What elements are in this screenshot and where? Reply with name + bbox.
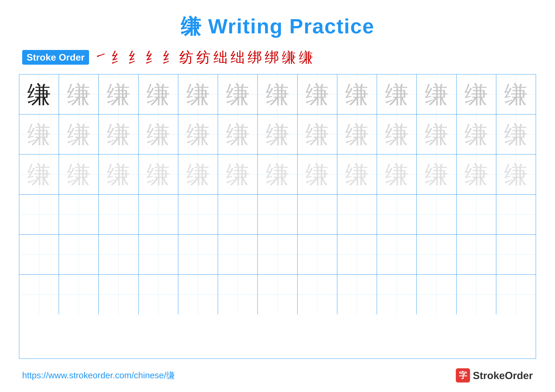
grid-cell: 缣	[298, 74, 337, 114]
grid-cell: 缣	[178, 74, 218, 114]
grid-cell	[178, 195, 218, 234]
stroke-char: 绑	[265, 50, 279, 64]
stroke-char: 纟	[162, 50, 176, 64]
grid-cell	[496, 275, 536, 314]
cell-character: 缣	[27, 122, 51, 146]
grid-cell	[178, 235, 218, 274]
page-title: 缣 Writing Practice	[181, 13, 374, 41]
cell-character: 缣	[266, 163, 289, 186]
grid-cell	[59, 235, 99, 274]
grid-cell: 缣	[337, 114, 377, 154]
grid-row	[19, 275, 536, 314]
grid-cell: 缣	[457, 74, 496, 114]
cell-character: 缣	[504, 163, 528, 186]
footer: https://www.strokeorder.com/chinese/缣 字 …	[19, 368, 536, 383]
footer-url[interactable]: https://www.strokeorder.com/chinese/缣	[22, 370, 175, 381]
cell-character: 缣	[305, 83, 329, 106]
stroke-char: 绌	[213, 50, 228, 64]
cell-character: 缣	[385, 122, 409, 146]
stroke-char: 绑	[248, 50, 262, 64]
grid-cell	[337, 275, 377, 314]
grid-row	[19, 235, 536, 275]
cell-character: 缣	[266, 83, 289, 106]
grid-cell: 缣	[298, 114, 337, 154]
cell-character: 缣	[305, 122, 329, 146]
grid-cell	[417, 235, 456, 274]
grid-cell	[337, 235, 377, 274]
footer-logo-text: StrokeOrder	[473, 370, 533, 381]
cell-character: 缣	[107, 122, 130, 146]
cell-character: 缣	[27, 163, 51, 186]
grid-cell	[457, 275, 496, 314]
grid-cell: 缣	[59, 114, 99, 154]
grid-cell	[377, 275, 417, 314]
grid-cell: 缣	[457, 114, 496, 154]
grid-cell	[19, 235, 59, 274]
cell-character: 缣	[425, 163, 448, 186]
grid-cell	[218, 235, 258, 274]
cell-character: 缣	[464, 163, 488, 186]
cell-character: 缣	[186, 83, 210, 106]
grid-cell: 缣	[377, 155, 417, 194]
grid-cell	[298, 195, 337, 234]
cell-character: 缣	[226, 122, 250, 146]
cell-character: 缣	[67, 163, 91, 186]
grid-cell: 缣	[457, 155, 496, 194]
cell-character: 缣	[345, 163, 369, 186]
grid-cell	[298, 275, 337, 314]
cell-character: 缣	[186, 163, 210, 186]
cell-character: 缣	[226, 163, 250, 186]
grid-cell	[496, 195, 536, 234]
grid-cell	[99, 195, 139, 234]
grid-cell: 缣	[178, 155, 218, 194]
cell-character: 缣	[266, 122, 289, 146]
grid-cell: 缣	[19, 74, 59, 114]
grid-cell: 缣	[258, 114, 297, 154]
grid-cell: 缣	[337, 155, 377, 194]
stroke-char: 纺	[196, 50, 211, 64]
grid-row: 缣缣缣缣缣缣缣缣缣缣缣缣缣	[19, 155, 536, 194]
grid-cell	[19, 275, 59, 314]
grid-cell	[218, 195, 258, 234]
grid-cell: 缣	[178, 114, 218, 154]
grid-cell	[337, 195, 377, 234]
cell-character: 缣	[146, 163, 170, 186]
grid-cell: 缣	[496, 155, 536, 194]
cell-character: 缣	[27, 83, 51, 106]
grid-cell: 缣	[19, 114, 59, 154]
grid-cell	[178, 275, 218, 314]
grid-cell: 缣	[258, 155, 297, 194]
stroke-chars: ㇀纟纟纟纟纺纺绌绌绑绑缣缣	[94, 50, 313, 64]
stroke-char: ㇀	[94, 50, 108, 64]
grid-cell	[457, 195, 496, 234]
cell-character: 缣	[345, 83, 369, 106]
footer-logo-icon: 字	[456, 368, 470, 383]
grid-cell: 缣	[218, 155, 258, 194]
grid-row	[19, 195, 536, 235]
grid-cell: 缣	[59, 155, 99, 194]
grid-cell: 缣	[99, 74, 139, 114]
grid-row: 缣缣缣缣缣缣缣缣缣缣缣缣缣	[19, 114, 536, 155]
grid-cell	[298, 235, 337, 274]
cell-character: 缣	[425, 122, 448, 146]
cell-character: 缣	[146, 83, 170, 106]
grid-cell: 缣	[377, 114, 417, 154]
grid-cell: 缣	[218, 74, 258, 114]
stroke-char: 纟	[111, 50, 125, 64]
grid-cell: 缣	[139, 74, 178, 114]
cell-character: 缣	[385, 83, 409, 106]
grid-cell: 缣	[417, 155, 456, 194]
grid-cell	[258, 275, 297, 314]
grid-cell: 缣	[496, 114, 536, 154]
cell-character: 缣	[385, 163, 409, 186]
stroke-char: 纺	[179, 50, 193, 64]
stroke-order-badge: Stroke Order	[22, 50, 89, 65]
grid-cell	[59, 275, 99, 314]
grid-cell	[496, 235, 536, 274]
cell-character: 缣	[504, 83, 528, 106]
grid-cell: 缣	[99, 114, 139, 154]
grid-cell	[59, 195, 99, 234]
footer-logo: 字 StrokeOrder	[456, 368, 533, 383]
grid-cell: 缣	[417, 114, 456, 154]
cell-character: 缣	[146, 122, 170, 146]
